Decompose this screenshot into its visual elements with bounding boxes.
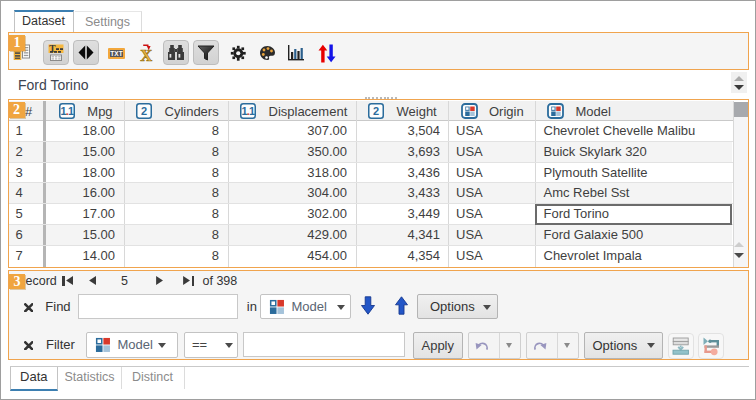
svg-text:1.1: 1.1 — [241, 105, 254, 117]
svg-text:X: X — [140, 46, 152, 62]
svg-text:TXT: TXT — [110, 50, 122, 57]
svg-text:2: 2 — [373, 105, 379, 117]
svg-text:2: 2 — [141, 105, 147, 117]
svg-text:1.1: 1.1 — [60, 105, 73, 117]
